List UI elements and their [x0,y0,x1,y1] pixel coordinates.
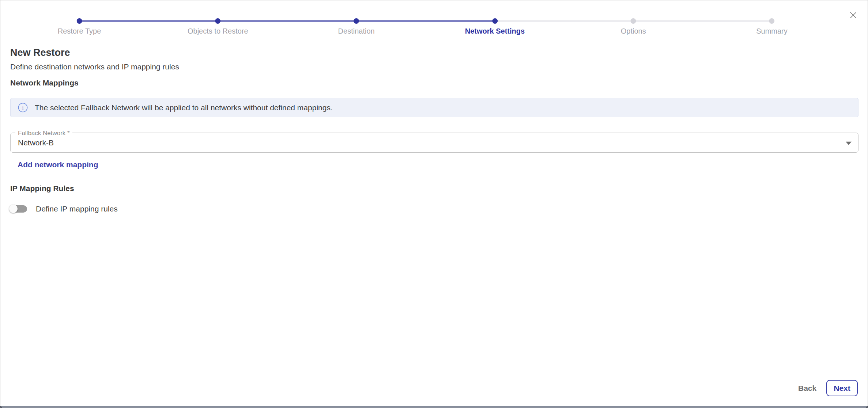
step-dot-icon [215,18,220,24]
ip-mapping-toggle-row: Define IP mapping rules [10,203,118,214]
svg-text:i: i [22,105,24,111]
step-dot-icon [492,18,498,24]
fallback-network-value: Network-B [18,138,54,147]
stepper: Restore TypeObjects to RestoreDestinatio… [0,0,868,41]
stepper-step-options[interactable]: Options [621,18,646,35]
define-ip-rules-toggle[interactable] [10,205,27,213]
resize-corner-left [0,405,3,408]
step-label: Objects to Restore [188,27,248,35]
step-label: Network Settings [465,27,525,35]
info-banner-text: The selected Fallback Network will be ap… [35,103,333,112]
new-restore-dialog: Restore TypeObjects to RestoreDestinatio… [0,0,868,408]
window-bottom-edge [0,406,868,408]
toggle-thumb [9,205,18,213]
step-label: Destination [338,27,375,35]
stepper-step-objects-to-restore[interactable]: Objects to Restore [188,18,248,35]
stepper-progress-line [79,20,495,22]
page-subtitle: Define destination networks and IP mappi… [10,62,179,71]
fallback-network-label: Fallback Network * [15,130,72,137]
dropdown-caret-icon [846,141,852,145]
info-banner: i The selected Fallback Network will be … [10,98,858,117]
stepper-step-summary[interactable]: Summary [756,18,788,35]
stepper-step-network-settings[interactable]: Network Settings [465,18,525,35]
resize-corner-right[interactable] [865,405,868,408]
page-title: New Restore [10,47,70,58]
ip-mapping-rules-heading: IP Mapping Rules [10,184,74,193]
stepper-step-destination[interactable]: Destination [338,18,375,35]
add-network-mapping-link[interactable]: Add network mapping [18,160,98,169]
back-button[interactable]: Back [795,380,820,396]
step-dot-icon [77,18,82,24]
step-label: Restore Type [58,27,101,35]
network-mappings-heading: Network Mappings [10,79,79,87]
info-icon: i [18,103,28,113]
close-button[interactable] [847,9,859,21]
step-label: Options [621,27,646,35]
step-dot-icon [769,18,774,24]
define-ip-rules-label: Define IP mapping rules [36,205,118,213]
next-button[interactable]: Next [826,380,858,396]
close-icon [849,11,857,19]
stepper-step-restore-type[interactable]: Restore Type [58,18,101,35]
step-dot-icon [631,18,636,24]
step-label: Summary [756,27,788,35]
step-dot-icon [354,18,359,24]
fallback-network-select[interactable]: Fallback Network * Network-B [10,133,858,153]
